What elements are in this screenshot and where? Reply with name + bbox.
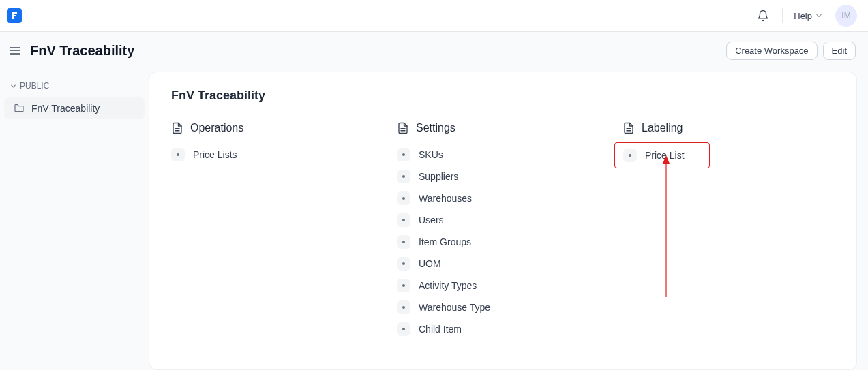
list-item[interactable]: Price Lists — [171, 148, 383, 161]
app-logo[interactable] — [7, 8, 22, 23]
list-item[interactable]: Suppliers — [397, 170, 609, 183]
bell-icon — [757, 10, 769, 22]
list-item[interactable]: UOM — [397, 257, 609, 271]
bullet-icon — [397, 279, 410, 292]
list-item[interactable]: Warehouses — [397, 191, 609, 205]
user-avatar[interactable]: IM — [835, 5, 857, 27]
content-title: FnV Traceability — [171, 89, 835, 103]
top-bar: Help IM — [0, 0, 868, 32]
chevron-down-icon — [815, 12, 823, 20]
bullet-icon — [397, 235, 410, 249]
sidebar-item-fnv[interactable]: FnV Traceability — [4, 97, 145, 119]
document-icon — [623, 122, 635, 134]
divider — [782, 8, 783, 23]
folder-icon — [14, 103, 25, 114]
bullet-icon — [397, 300, 410, 314]
sidebar: PUBLIC FnV Traceability — [0, 70, 149, 370]
edit-button[interactable]: Edit — [823, 42, 856, 60]
bullet-icon — [397, 191, 410, 205]
column-header[interactable]: Labeling — [623, 122, 835, 134]
menu-toggle[interactable] — [7, 44, 23, 57]
list-item[interactable]: Price List — [623, 149, 701, 162]
page-title: FnV Traceability — [30, 43, 134, 59]
create-workspace-button[interactable]: Create Workspace — [726, 42, 817, 60]
bullet-icon — [397, 213, 410, 227]
document-icon — [171, 122, 183, 134]
list-item[interactable]: Item Groups — [397, 235, 609, 249]
list-item[interactable]: SKUs — [397, 148, 609, 161]
avatar-initials: IM — [841, 11, 850, 20]
list-item[interactable]: Warehouse Type — [397, 300, 609, 314]
list-item[interactable]: Users — [397, 213, 609, 227]
bullet-icon — [397, 257, 410, 271]
document-icon — [397, 122, 409, 134]
bullet-icon — [397, 170, 410, 183]
top-right-actions: Help IM — [752, 5, 857, 27]
annotation-highlight: Price List — [614, 142, 710, 168]
bullet-icon — [397, 322, 410, 336]
sidebar-section-toggle[interactable]: PUBLIC — [4, 77, 145, 95]
notifications-button[interactable] — [752, 5, 774, 27]
chevron-down-icon — [10, 82, 17, 90]
list-item[interactable]: Child Item — [397, 322, 609, 336]
help-label: Help — [794, 11, 812, 21]
content-panel: FnV Traceability Operations Price Lists … — [149, 72, 857, 370]
sidebar-item-label: FnV Traceability — [31, 103, 100, 114]
bullet-icon — [171, 148, 185, 161]
column-labeling: Labeling Price List — [623, 122, 835, 344]
bullet-icon — [623, 149, 637, 162]
column-header[interactable]: Settings — [397, 122, 609, 134]
page-header: FnV Traceability Create Workspace Edit — [0, 32, 868, 70]
main-area: PUBLIC FnV Traceability FnV Traceability… — [0, 70, 868, 370]
column-settings: Settings SKUs Suppliers Warehouses Users… — [397, 122, 609, 344]
list-item[interactable]: Activity Types — [397, 279, 609, 292]
bullet-icon — [397, 148, 410, 161]
column-header[interactable]: Operations — [171, 122, 383, 134]
column-operations: Operations Price Lists — [171, 122, 383, 344]
sidebar-section-label: PUBLIC — [20, 81, 49, 91]
help-menu[interactable]: Help — [791, 8, 826, 24]
